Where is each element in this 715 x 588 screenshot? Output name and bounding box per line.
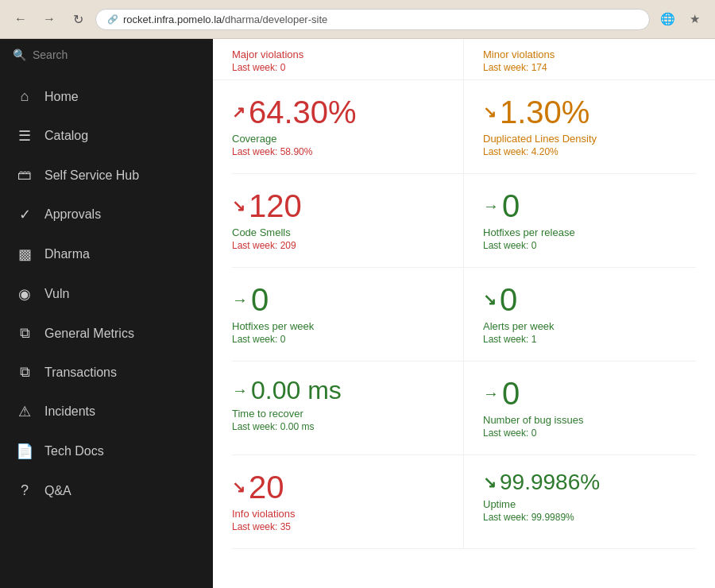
hotfixes-release-name: Hotfixes per release bbox=[483, 226, 683, 238]
bug-issues-value-row: → 0 bbox=[483, 377, 683, 409]
approvals-icon: ✓ bbox=[16, 206, 33, 223]
uptime-value-row: ↘ 99.9986% bbox=[483, 471, 683, 493]
alerts-week-sub: Last week: 1 bbox=[483, 334, 683, 345]
sidebar-item-incidents[interactable]: ⚠ Incidents bbox=[0, 392, 213, 431]
alerts-week-trend-icon: ↘ bbox=[483, 290, 497, 309]
alerts-week-value-row: ↘ 0 bbox=[483, 284, 683, 315]
alerts-week-name: Alerts per week bbox=[483, 320, 683, 332]
app-layout: 🔍 Search ⌂ Home ☰ Catalog 🗃 Self Service… bbox=[0, 39, 715, 588]
metric-info-violations: ↘ 20 Info violations Last week: 35 bbox=[232, 455, 464, 549]
metric-hotfixes-release: → 0 Hotfixes per release Last week: 0 bbox=[464, 174, 696, 268]
sidebar-item-label: Approvals bbox=[44, 207, 101, 222]
hotfixes-week-trend-icon: → bbox=[232, 291, 248, 309]
sidebar-item-catalog[interactable]: ☰ Catalog bbox=[0, 116, 213, 156]
uptime-name: Uptime bbox=[483, 498, 683, 510]
ttr-trend-icon: → bbox=[232, 381, 248, 400]
hotfixes-week-name: Hotfixes per week bbox=[232, 320, 438, 332]
sidebar-item-general-metrics[interactable]: ⧉ General Metrics bbox=[0, 314, 213, 353]
sidebar-item-label: Tech Docs bbox=[44, 444, 104, 458]
search-icon: 🔍 bbox=[13, 48, 26, 61]
sidebar-item-label: Catalog bbox=[44, 129, 88, 143]
sidebar: 🔍 Search ⌂ Home ☰ Catalog 🗃 Self Service… bbox=[0, 39, 213, 588]
sidebar-item-transactions[interactable]: ⧉ Transactions bbox=[0, 353, 213, 392]
code-smells-value: 120 bbox=[249, 190, 302, 222]
sidebar-item-label: Q&A bbox=[44, 484, 72, 498]
bug-issues-sub: Last week: 0 bbox=[483, 427, 683, 439]
sidebar-item-label: Incidents bbox=[44, 404, 95, 419]
sidebar-item-label: Self Service Hub bbox=[44, 168, 139, 183]
forward-button[interactable]: → bbox=[38, 8, 60, 30]
ttr-sub: Last week: 0.00 ms bbox=[232, 421, 438, 432]
info-violations-name: Info violations bbox=[232, 508, 438, 520]
hotfixes-week-value: 0 bbox=[251, 284, 269, 315]
translate-button[interactable]: 🌐 bbox=[656, 8, 678, 30]
metric-uptime: ↘ 99.9986% Uptime Last week: 99.9989% bbox=[464, 455, 696, 549]
sidebar-item-tech-docs[interactable]: 📄 Tech Docs bbox=[0, 431, 213, 471]
code-smells-name: Code Smells bbox=[232, 226, 438, 238]
dup-lines-name: Duplicated Lines Density bbox=[483, 133, 683, 145]
coverage-value-row: ↗ 64.30% bbox=[232, 96, 438, 128]
metric-bug-issues: → 0 Number of bug issues Last week: 0 bbox=[464, 362, 696, 455]
main-content: Major violations Last week: 0 Minor viol… bbox=[213, 39, 715, 588]
hotfixes-release-value-row: → 0 bbox=[483, 190, 683, 222]
nav-items: ⌂ Home ☰ Catalog 🗃 Self Service Hub ✓ Ap… bbox=[0, 71, 213, 516]
info-violations-sub: Last week: 35 bbox=[232, 521, 438, 532]
info-violations-value-row: ↘ 20 bbox=[232, 471, 438, 503]
coverage-name: Coverage bbox=[232, 133, 438, 145]
reload-button[interactable]: ↻ bbox=[67, 8, 89, 30]
hotfixes-week-sub: Last week: 0 bbox=[232, 334, 438, 345]
general-metrics-icon: ⧉ bbox=[16, 325, 33, 342]
sidebar-item-approvals[interactable]: ✓ Approvals bbox=[0, 195, 213, 234]
bookmark-button[interactable]: ★ bbox=[683, 8, 705, 30]
metric-time-to-recover: → 0.00 ms Time to recover Last week: 0.0… bbox=[232, 362, 464, 455]
metric-alerts-week: ↘ 0 Alerts per week Last week: 1 bbox=[464, 268, 696, 362]
major-violations-header: Major violations Last week: 0 bbox=[232, 39, 464, 79]
bug-issues-value: 0 bbox=[502, 377, 520, 409]
sidebar-item-qa[interactable]: ? Q&A bbox=[0, 471, 213, 510]
coverage-sub: Last week: 58.90% bbox=[232, 146, 438, 157]
alerts-week-value: 0 bbox=[500, 284, 517, 315]
coverage-value: 64.30% bbox=[249, 96, 357, 128]
hotfixes-release-trend-icon: → bbox=[483, 197, 499, 215]
metrics-grid: ↗ 64.30% Coverage Last week: 58.90% ↘ 1.… bbox=[213, 80, 715, 549]
ttr-value-row: → 0.00 ms bbox=[232, 377, 438, 403]
code-smells-value-row: ↘ 120 bbox=[232, 190, 438, 222]
major-violations-label: Major violations bbox=[232, 48, 438, 60]
coverage-trend-icon: ↗ bbox=[232, 103, 245, 122]
self-service-hub-icon: 🗃 bbox=[16, 167, 33, 184]
dup-lines-value: 1.30% bbox=[500, 96, 589, 128]
top-violations-row: Major violations Last week: 0 Minor viol… bbox=[213, 39, 715, 80]
hotfixes-release-sub: Last week: 0 bbox=[483, 240, 683, 251]
address-bar[interactable]: 🔗 rocket.infra.pomelo.la/dharma/develope… bbox=[95, 9, 650, 30]
ttr-value: 0.00 ms bbox=[251, 377, 342, 403]
browser-chrome: ← → ↻ 🔗 rocket.infra.pomelo.la/dharma/de… bbox=[0, 0, 715, 39]
metric-duplicated-lines: ↘ 1.30% Duplicated Lines Density Last we… bbox=[464, 80, 696, 174]
sidebar-item-vuln[interactable]: ◉ Vuln bbox=[0, 274, 213, 314]
search-placeholder: Search bbox=[33, 48, 68, 61]
sidebar-item-label: General Metrics bbox=[44, 327, 134, 341]
dup-lines-sub: Last week: 4.20% bbox=[483, 146, 683, 157]
uptime-sub: Last week: 99.9989% bbox=[483, 512, 683, 523]
incidents-icon: ⚠ bbox=[16, 403, 33, 420]
sidebar-item-label: Home bbox=[44, 90, 79, 104]
code-smells-sub: Last week: 209 bbox=[232, 240, 438, 251]
transactions-icon: ⧉ bbox=[16, 364, 33, 381]
dharma-icon: ▩ bbox=[16, 246, 33, 263]
vuln-icon: ◉ bbox=[16, 285, 33, 303]
sidebar-item-label: Vuln bbox=[44, 287, 69, 301]
back-button[interactable]: ← bbox=[10, 8, 32, 30]
search-bar[interactable]: 🔍 Search bbox=[0, 39, 213, 71]
catalog-icon: ☰ bbox=[16, 127, 33, 145]
metric-hotfixes-week: → 0 Hotfixes per week Last week: 0 bbox=[232, 268, 464, 362]
browser-actions: 🌐 ★ bbox=[656, 8, 705, 30]
tech-docs-icon: 📄 bbox=[16, 443, 33, 460]
sidebar-item-home[interactable]: ⌂ Home bbox=[0, 77, 213, 116]
sidebar-item-dharma[interactable]: ▩ Dharma bbox=[0, 234, 213, 274]
uptime-trend-icon: ↘ bbox=[483, 473, 497, 492]
sidebar-item-self-service-hub[interactable]: 🗃 Self Service Hub bbox=[0, 156, 213, 195]
dup-lines-value-row: ↘ 1.30% bbox=[483, 96, 683, 128]
sidebar-item-label: Transactions bbox=[44, 366, 117, 380]
info-violations-trend-icon: ↘ bbox=[232, 478, 245, 497]
hotfixes-release-value: 0 bbox=[502, 190, 520, 222]
sidebar-item-label: Dharma bbox=[44, 247, 90, 261]
